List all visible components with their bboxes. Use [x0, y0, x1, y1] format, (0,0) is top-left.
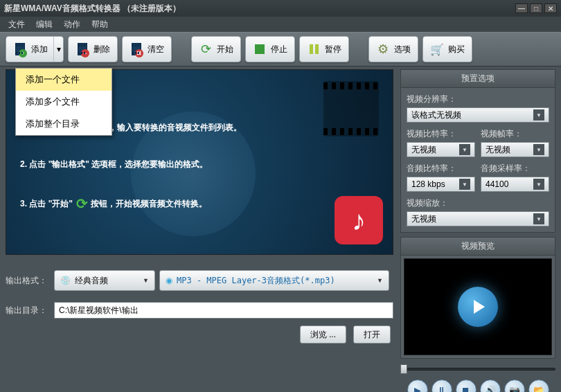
stop-icon [253, 42, 267, 56]
snapshot-button[interactable]: 📷 [504, 380, 525, 392]
menu-help[interactable]: 帮助 [86, 17, 114, 32]
video-preview-panel [400, 255, 555, 359]
pause-button[interactable]: ⏸ [431, 380, 452, 392]
stop-button[interactable]: ⏹ [456, 380, 477, 392]
video-bitrate-select[interactable]: 无视频▼ [407, 142, 475, 157]
browse-button[interactable]: 浏览 ... [300, 326, 346, 344]
step-3-text: 3. 点击 "开始" ⟳ 按钮，开始视频音频文件转换。 [20, 196, 207, 211]
format-icon: ◉ [166, 276, 172, 285]
seek-slider[interactable] [400, 364, 555, 374]
menu-add-folder[interactable]: 添加整个目录 [16, 113, 112, 135]
play-overlay-icon [458, 287, 498, 327]
music-app-icon: ♪ [335, 196, 383, 244]
film-add-icon: + [13, 42, 27, 56]
maximize-button[interactable]: □ [530, 3, 542, 13]
minimize-button[interactable]: — [515, 3, 528, 13]
output-dir-input[interactable] [54, 302, 393, 319]
volume-button[interactable]: 🔊 [480, 380, 501, 392]
playback-controls: ▶ ⏸ ⏹ 🔊 📷 📂 [400, 380, 555, 392]
video-preview-title: 视频预览 [400, 237, 555, 255]
video-fps-label: 视频帧率： [481, 128, 549, 140]
refresh-icon: ⟳ [74, 196, 89, 211]
audio-bitrate-select[interactable]: 128 kbps▼ [407, 177, 475, 192]
clear-button[interactable]: ✖ 清空 [122, 36, 172, 62]
menu-edit[interactable]: 编辑 [30, 17, 58, 32]
options-button[interactable]: ⚙ 选项 [368, 36, 418, 62]
gear-icon: ⚙ [376, 42, 390, 56]
pause-icon [307, 42, 321, 56]
stop-button[interactable]: 停止 [245, 36, 295, 62]
resolution-label: 视频分辨率： [407, 93, 549, 105]
audio-sample-select[interactable]: 44100▼ [481, 177, 549, 192]
video-bitrate-label: 视频比特率： [407, 128, 475, 140]
add-button[interactable]: + 添加 ▾ [6, 36, 64, 62]
cart-icon: 🛒 [430, 42, 444, 56]
buy-button[interactable]: 🛒 购买 [422, 36, 472, 62]
close-button[interactable]: ✕ [544, 3, 557, 13]
menu-action[interactable]: 动作 [58, 17, 86, 32]
pause-button[interactable]: 暂停 [299, 36, 349, 62]
preset-panel-title: 预置选项 [400, 69, 555, 87]
film-delete-icon: – [75, 42, 89, 56]
step-2-text: 2. 点击 "输出格式" 选项框，选择您要输出的格式。 [20, 159, 208, 170]
music-note-icon: ♪ [352, 205, 366, 236]
refresh-icon: ⟳ [199, 42, 213, 56]
title-bar: 新星WMA/WAV音频格式转换器 （未注册版本） — □ ✕ [0, 0, 561, 17]
zoom-label: 视频缩放： [407, 197, 549, 209]
menu-add-single[interactable]: 添加一个文件 [16, 69, 112, 91]
play-button[interactable]: ▶ [407, 380, 428, 392]
format-combo[interactable]: ◉ MP3 - MPEG Layer-3音频格式(*.mp3) ▼ [159, 270, 389, 291]
add-dropdown-arrow[interactable]: ▾ [53, 37, 63, 62]
open-folder-button[interactable]: 📂 [528, 380, 549, 392]
output-dir-label: 输出目录： [6, 305, 54, 317]
menu-file[interactable]: 文件 [3, 17, 30, 32]
start-button[interactable]: ⟳ 开始 [191, 36, 241, 62]
app-title: 新星WMA/WAV音频格式转换器 （未注册版本） [4, 3, 181, 15]
resolution-select[interactable]: 该格式无视频▼ [407, 107, 549, 123]
preset-panel: 视频分辨率： 该格式无视频▼ 视频比特率： 无视频▼ 视频帧率： 无视频▼ 音频… [400, 87, 555, 233]
audio-sample-label: 音频采样率： [481, 163, 549, 175]
chevron-down-icon: ▼ [377, 277, 383, 284]
zoom-select[interactable]: 无视频▼ [407, 211, 549, 226]
output-format-label: 输出格式： [6, 275, 54, 287]
video-preview-area [404, 258, 552, 355]
chevron-down-icon: ▼ [143, 277, 149, 284]
audio-bitrate-label: 音频比特率： [407, 163, 475, 175]
menu-bar: 文件 编辑 动作 帮助 [0, 17, 561, 32]
film-clear-icon: ✖ [130, 42, 143, 56]
toolbar: + 添加 ▾ – 删除 ✖ 清空 ⟳ 开始 停止 暂停 ⚙ 选项 🛒 购买 [0, 32, 561, 66]
menu-add-multi[interactable]: 添加多个文件 [16, 91, 112, 113]
delete-button[interactable]: – 删除 [68, 36, 118, 62]
filmstrip-graphic [323, 81, 379, 136]
open-button[interactable]: 打开 [353, 326, 391, 344]
disc-icon: 💿 [60, 276, 71, 285]
video-fps-select[interactable]: 无视频▼ [481, 142, 549, 157]
add-dropdown-menu: 添加一个文件 添加多个文件 添加整个目录 [15, 68, 112, 136]
category-combo[interactable]: 💿 经典音频 ▼ [54, 270, 155, 291]
